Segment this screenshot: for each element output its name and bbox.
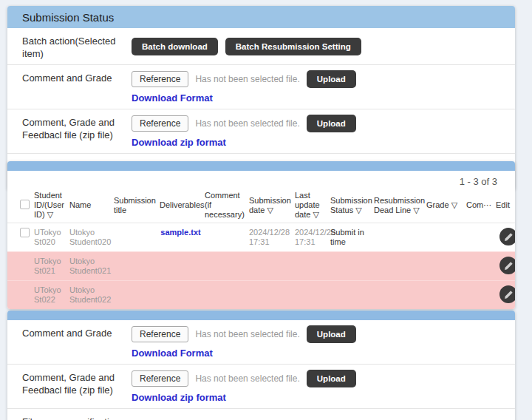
upload-button[interactable]: Upload <box>307 70 356 88</box>
cell-student-id: UTokyoSt021 <box>33 252 68 281</box>
comment-grade-label: Comment and Grade <box>22 324 132 359</box>
comment-grade-row: Comment and Grade Reference Has not been… <box>7 320 515 364</box>
panel-accent-bar <box>7 161 515 171</box>
header-deliverables: Deliverables <box>158 188 203 223</box>
table-row: UTokyoSt022 Utokyo Student022 <box>7 281 515 310</box>
cell-submission-title <box>112 223 158 252</box>
download-zip-format-link[interactable]: Download zip format <box>132 137 226 148</box>
batch-resubmission-setting-button[interactable]: Batch Resubmission Setting <box>225 38 361 55</box>
batch-action-label: Batch action(Selected item) <box>22 32 132 60</box>
panel-title: Submission Status <box>22 11 114 24</box>
pencil-icon <box>504 290 514 299</box>
cell-name: Utokyo Student022 <box>68 281 112 310</box>
comment-grade-zip-label: Comment, Grade and Feedbacl file (zip fi… <box>22 113 132 149</box>
table-row: UTokyoSt020 Utokyo Student020 sample.txt… <box>7 223 515 252</box>
lower-upload-panel: Comment and Grade Reference Has not been… <box>7 311 515 420</box>
comment-grade-zip-row: Comment, Grade and Feedbacl file (zip fi… <box>7 109 515 153</box>
no-file-text: Has not been selected file. <box>195 373 299 384</box>
header-submission-title: Submission title <box>112 188 158 223</box>
cell-last-update: 2024/12/28 17:31 <box>293 223 329 252</box>
cell-name: Utokyo Student020 <box>68 223 112 252</box>
file-name-option-label: File name specification option <box>22 413 132 420</box>
header-comment: Comment (if necessary) <box>203 188 248 223</box>
comment-grade-zip-label: Comment, Grade and Feedbacl file (zip fi… <box>22 368 132 404</box>
cell-status: Submit in time <box>329 223 372 252</box>
upload-button[interactable]: Upload <box>307 325 356 343</box>
download-format-link[interactable]: Download Format <box>132 348 213 359</box>
pagination-status: 1 - 3 of 3 <box>7 171 515 188</box>
batch-action-row: Batch action(Selected item) Batch downlo… <box>7 28 515 64</box>
cell-comment <box>203 223 248 252</box>
select-all-checkbox[interactable] <box>20 200 30 209</box>
edit-button[interactable] <box>499 228 515 245</box>
cell-student-id: UTokyoSt020 <box>33 223 68 252</box>
download-format-link[interactable]: Download Format <box>132 92 213 104</box>
upload-button[interactable]: Upload <box>307 370 356 387</box>
comment-grade-label: Comment and Grade <box>22 69 132 104</box>
upload-button[interactable]: Upload <box>307 115 356 132</box>
pencil-icon <box>504 232 514 242</box>
cell-submission-date: 2024/12/28 17:31 <box>248 223 293 252</box>
file-name-option-row: File name specification option User ID N… <box>7 408 515 420</box>
download-zip-format-link[interactable]: Download zip format <box>132 392 226 403</box>
comment-grade-zip-row: Comment, Grade and Feedbacl file (zip fi… <box>7 364 515 408</box>
deliverable-file-link[interactable]: sample.txt <box>160 228 200 237</box>
header-last-update[interactable]: Last update date ▽ <box>293 188 329 223</box>
panel-title-bar: Submission Status <box>7 6 515 28</box>
reference-button[interactable]: Reference <box>132 115 188 132</box>
cell-com <box>465 223 494 252</box>
no-file-text: Has not been selected file. <box>195 329 299 339</box>
reference-button[interactable]: Reference <box>132 326 188 342</box>
pencil-icon <box>504 261 514 271</box>
cell-grade <box>425 223 465 252</box>
batch-download-button[interactable]: Batch download <box>132 38 218 55</box>
edit-button[interactable] <box>499 285 515 303</box>
reference-button[interactable]: Reference <box>132 370 188 387</box>
header-submission-status[interactable]: Submission Status ▽ <box>329 188 372 223</box>
header-submission-date[interactable]: Submission date ▽ <box>248 188 293 223</box>
no-file-text: Has not been selected file. <box>195 74 299 84</box>
cell-name: Utokyo Student021 <box>68 252 112 281</box>
header-name: Name <box>68 188 112 223</box>
header-com: Com⋯ <box>465 188 494 223</box>
header-edit: Edit <box>494 188 515 223</box>
edit-button[interactable] <box>499 257 515 274</box>
header-resubmission-deadline[interactable]: Resubmission Dead Line ▽ <box>372 188 425 223</box>
cell-resubmission <box>372 223 425 252</box>
submissions-table: Student ID/(User ID) ▽ Name Submission t… <box>7 188 515 309</box>
reference-button[interactable]: Reference <box>132 71 188 87</box>
table-header-row: Student ID/(User ID) ▽ Name Submission t… <box>7 188 515 223</box>
comment-grade-row: Comment and Grade Reference Has not been… <box>7 64 515 109</box>
cell-student-id: UTokyoSt022 <box>33 281 68 310</box>
panel-accent-bar <box>7 311 515 320</box>
header-student-id[interactable]: Student ID/(User ID) ▽ <box>33 188 68 223</box>
submissions-table-panel: 1 - 3 of 3 Student ID/(User ID) ▽ Name S… <box>7 161 515 309</box>
table-row: UTokyoSt021 Utokyo Student021 <box>7 252 515 281</box>
header-grade[interactable]: Grade ▽ <box>425 188 465 223</box>
row-select-checkbox[interactable] <box>20 228 30 237</box>
no-file-text: Has not been selected file. <box>195 118 299 129</box>
